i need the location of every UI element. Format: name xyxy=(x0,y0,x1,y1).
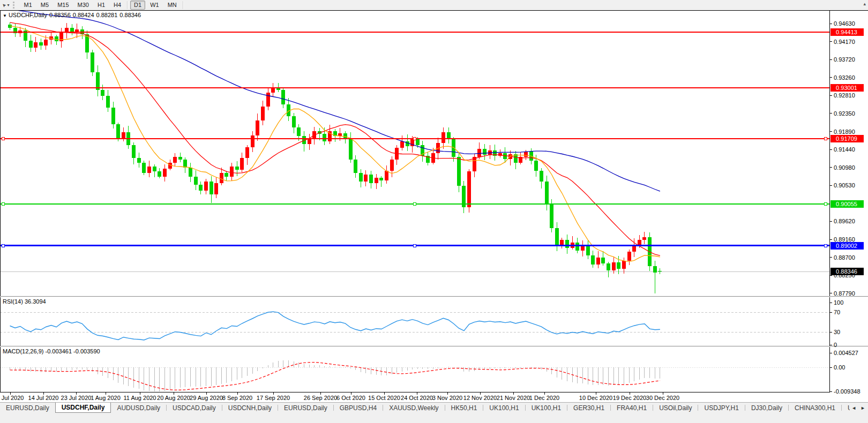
date-label: 11 Aug 2020 xyxy=(124,395,156,401)
candle-body xyxy=(612,262,616,270)
candle-body xyxy=(55,36,58,41)
chart-tab-eurusd-daily[interactable]: EURUSD,Daily xyxy=(278,403,333,413)
tab-scroll-left-icon[interactable]: ◄ xyxy=(850,405,858,411)
chart-tab-xauusd-weekly[interactable]: XAUUSD,Weekly xyxy=(383,403,444,413)
price-tick-label: 0.89620 xyxy=(834,218,855,224)
line-handle xyxy=(825,138,827,140)
candle-body xyxy=(627,252,631,261)
low-value: 0.88281 xyxy=(96,12,118,18)
candle-body xyxy=(173,157,177,163)
tf-button-mn[interactable]: MN xyxy=(164,1,181,10)
high-value: 0.88424 xyxy=(73,12,94,18)
candle-body xyxy=(524,152,528,157)
chart-tab-uk100-h1[interactable]: UK100,H1 xyxy=(483,403,525,413)
candle-body xyxy=(390,160,394,171)
price-tick-label: 0.91440 xyxy=(834,146,855,153)
chart-window: ▼USDCHF,Daily0.883560.884240.882810.8834… xyxy=(0,10,868,402)
candle-body xyxy=(199,185,203,191)
line-handle xyxy=(414,203,416,206)
tf-button-m30[interactable]: M30 xyxy=(74,1,93,10)
candle-body xyxy=(240,158,244,169)
candle-body xyxy=(163,169,167,177)
price-tick-label: 0.91890 xyxy=(834,129,855,135)
open-value: 0.88356 xyxy=(49,12,71,18)
support-line-090055[interactable] xyxy=(0,203,829,206)
tf-button-h4[interactable]: H4 xyxy=(110,1,125,10)
candle-body xyxy=(642,237,646,240)
tf-button-m5[interactable]: M5 xyxy=(37,1,53,10)
chart-tab-hk50-h1[interactable]: HK50,H1 xyxy=(445,403,483,413)
date-label: 24 Oct 2020 xyxy=(401,395,433,401)
candle-body xyxy=(106,96,110,108)
chart-tab-uk100-h1[interactable]: UK100,H1 xyxy=(526,403,567,413)
candle-body xyxy=(323,134,326,141)
candle-body xyxy=(153,167,156,171)
chart-tab-ger30-h1[interactable]: GER30,H1 xyxy=(567,403,610,413)
timeframe-button-group: M1M5M15M30H1H4D1W1MN xyxy=(20,1,185,10)
tab-scroll-right-icon[interactable]: ► xyxy=(859,405,867,411)
line-handle xyxy=(825,203,827,206)
tf-button-m1[interactable]: M1 xyxy=(20,1,36,10)
date-axis: 4 Jul 202014 Jul 202023 Jul 20201 Aug 20… xyxy=(0,394,829,402)
chart-tab-usdjpy-h1[interactable]: USDJPY,H1 xyxy=(698,403,744,413)
toolbar-overflow-icon[interactable]: ▴ xyxy=(863,1,866,6)
candle-body xyxy=(447,132,451,139)
chart-tab-bar: EURUSD,DailyUSDCHF,DailyAUDUSD,DailyUSDC… xyxy=(0,402,868,413)
candle-body xyxy=(349,139,353,160)
candle-body xyxy=(596,258,600,265)
toolbar-separator xyxy=(127,1,128,9)
rsi-tick-label: 0 xyxy=(834,342,837,348)
date-label: 23 Jul 2020 xyxy=(61,395,92,401)
toolbar-grip[interactable] xyxy=(13,2,17,9)
chart-tab-china300-h1[interactable]: CHINA300,H1 xyxy=(789,403,841,413)
chart-tab-dj30-daily[interactable]: DJ30,Daily xyxy=(745,403,788,413)
support-line-089002[interactable] xyxy=(0,244,829,247)
candle-body xyxy=(364,175,368,182)
candle-body xyxy=(122,132,125,139)
tf-button-w1[interactable]: W1 xyxy=(146,1,163,10)
candle-body xyxy=(59,33,63,41)
chart-tab-gbpusd-h4[interactable]: GBPUSD,H4 xyxy=(334,403,383,413)
candle-body xyxy=(359,173,363,182)
candlesticks xyxy=(8,22,662,293)
candle-body xyxy=(467,171,471,207)
tf-button-d1[interactable]: D1 xyxy=(130,1,145,10)
candle-body xyxy=(477,149,481,157)
pane-borders xyxy=(0,10,868,395)
candle-body xyxy=(452,139,455,157)
price-badge-label: 0.88346 xyxy=(836,268,857,275)
date-label: 21 Nov 2020 xyxy=(497,395,530,401)
pointer-cursor-icon[interactable]: ➤ ▾ xyxy=(0,1,12,10)
candle-body xyxy=(281,90,285,104)
collapse-triangle-icon[interactable]: ▼ xyxy=(3,13,7,18)
chart-tab-eurusd-daily[interactable]: EURUSD,Daily xyxy=(0,403,55,413)
macd-label: MACD(12,26,9) -0.003461 -0.003590 xyxy=(3,348,100,354)
chart-tab-usoil-daily[interactable]: USOil,Daily xyxy=(653,403,698,413)
price-badge-label: 0.89002 xyxy=(836,243,857,249)
candle-body xyxy=(220,173,223,184)
candle-body xyxy=(292,116,296,127)
cursor-arrow-icon: ➤ xyxy=(1,2,8,9)
chart-tab-usdchf-daily[interactable]: USDCHF,Daily xyxy=(55,403,111,413)
tf-button-m15[interactable]: M15 xyxy=(54,1,72,10)
date-label: 1 Aug 2020 xyxy=(91,395,121,401)
tf-button-h1[interactable]: H1 xyxy=(94,1,109,10)
candle-body xyxy=(638,240,641,245)
candle-body xyxy=(550,204,553,228)
candle-body xyxy=(230,167,234,176)
macd-pane xyxy=(0,360,829,391)
chart-canvas: 0.946300.941700.937200.932600.928100.923… xyxy=(0,10,868,402)
chart-tab-usdcnh-daily[interactable]: USDCNH,Daily xyxy=(222,403,278,413)
candle-body xyxy=(251,135,255,147)
candle-body xyxy=(658,271,662,271)
chart-tab-usdcad-daily[interactable]: USDCAD,Daily xyxy=(167,403,222,413)
candle-body xyxy=(483,149,487,155)
candle-body xyxy=(560,240,564,245)
price-tick-label: 0.90530 xyxy=(834,182,855,188)
chart-tab-audusd-daily[interactable]: AUDUSD,Daily xyxy=(111,403,166,413)
candle-body xyxy=(385,171,388,180)
candle-body xyxy=(617,262,620,269)
macd-signal-line xyxy=(10,362,660,390)
candle-body xyxy=(158,171,161,177)
chart-tab-fra40-h1[interactable]: FRA40,H1 xyxy=(611,403,653,413)
